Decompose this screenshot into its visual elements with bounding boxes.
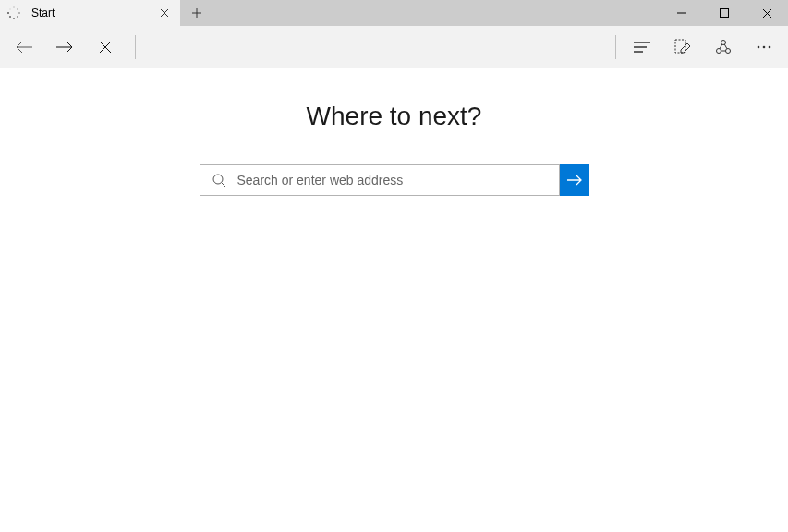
search-input[interactable]: [237, 173, 548, 187]
hub-icon: [634, 41, 650, 54]
share-icon: [715, 39, 732, 55]
more-button[interactable]: [744, 27, 784, 67]
stop-button[interactable]: [85, 27, 126, 67]
loading-spinner-icon: [7, 6, 20, 19]
svg-point-4: [726, 49, 731, 54]
browser-tab[interactable]: Start: [0, 0, 180, 26]
go-arrow-icon: [566, 174, 583, 187]
forward-arrow-icon: [55, 40, 74, 54]
search-container: [200, 164, 589, 196]
back-button[interactable]: [4, 27, 44, 67]
svg-rect-0: [721, 9, 729, 18]
new-tab-button[interactable]: [180, 0, 213, 26]
svg-point-3: [717, 49, 721, 54]
close-tab-button[interactable]: [156, 5, 173, 21]
svg-point-8: [213, 175, 223, 184]
window-controls: [661, 0, 788, 26]
close-icon: [160, 8, 169, 18]
titlebar: Start: [0, 0, 788, 26]
forward-button[interactable]: [44, 27, 85, 67]
maximize-button[interactable]: [703, 0, 746, 26]
close-window-button[interactable]: [746, 0, 788, 26]
more-icon: [757, 45, 771, 49]
back-arrow-icon: [15, 40, 33, 54]
search-go-button[interactable]: [560, 164, 589, 196]
maximize-icon: [720, 8, 729, 18]
minimize-button[interactable]: [661, 0, 703, 26]
plus-icon: [191, 7, 202, 18]
close-icon: [762, 8, 772, 18]
svg-point-2: [721, 41, 726, 45]
hub-button[interactable]: [622, 27, 662, 67]
share-button[interactable]: [703, 27, 744, 67]
page-heading: Where to next?: [307, 102, 482, 131]
toolbar: [0, 26, 788, 68]
svg-point-7: [769, 46, 771, 49]
minimize-icon: [677, 8, 686, 18]
web-note-icon: [674, 39, 691, 55]
svg-point-6: [763, 46, 766, 49]
svg-point-5: [758, 46, 760, 49]
start-page-content: Where to next?: [0, 68, 788, 196]
web-note-button[interactable]: [662, 27, 703, 67]
divider: [135, 35, 136, 59]
divider: [615, 35, 616, 59]
close-icon: [99, 41, 112, 54]
tab-title: Start: [31, 6, 156, 19]
search-icon: [212, 173, 226, 187]
search-box[interactable]: [200, 164, 560, 196]
